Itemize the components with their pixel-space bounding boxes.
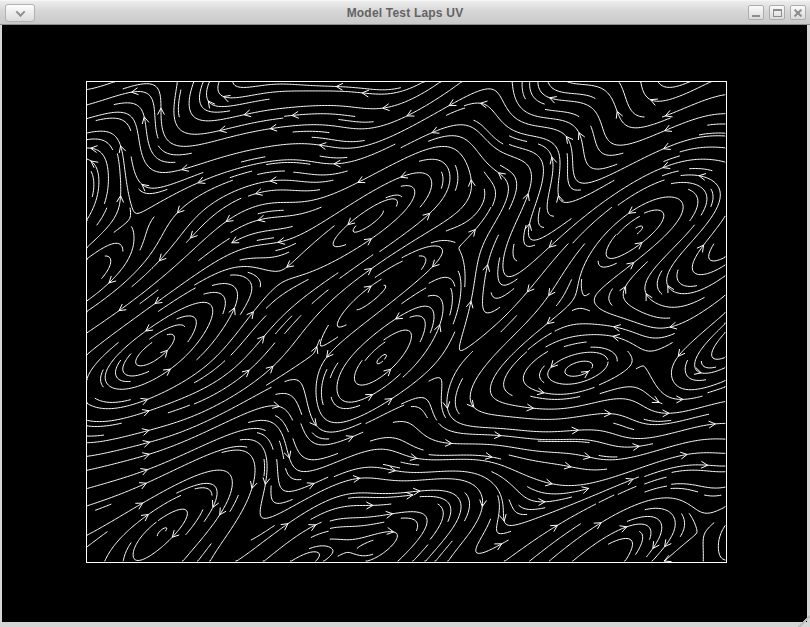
app-window: Model Test Laps UV: [0, 0, 810, 627]
plot-client-area: [2, 25, 807, 622]
minimize-icon: [752, 15, 760, 17]
close-button[interactable]: [790, 5, 806, 20]
titlebar[interactable]: Model Test Laps UV: [0, 0, 810, 25]
maximize-icon: [773, 9, 782, 17]
window-controls: [748, 5, 806, 20]
streamline-plot-canvas: [86, 81, 727, 563]
maximize-button[interactable]: [769, 5, 785, 20]
window-title: Model Test Laps UV: [0, 6, 810, 20]
resize-grip[interactable]: [796, 613, 810, 627]
minimize-button[interactable]: [748, 5, 764, 20]
close-icon: [793, 8, 803, 18]
